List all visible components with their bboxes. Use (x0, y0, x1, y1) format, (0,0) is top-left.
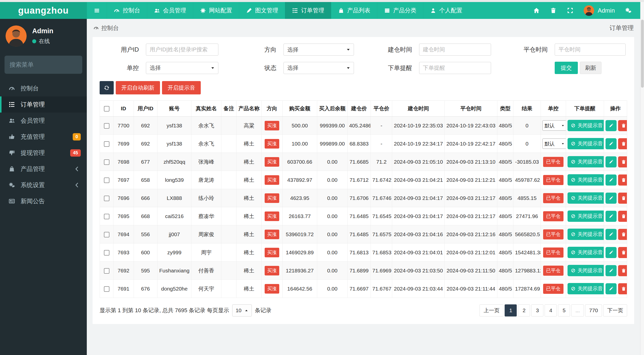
fullscreen-button[interactable] (567, 7, 574, 14)
cell-name: 周宇 (191, 243, 221, 262)
sidebar-item-dashboard[interactable]: 控制台 (0, 80, 87, 96)
delete-button[interactable] (618, 229, 627, 240)
row-checkbox[interactable] (104, 232, 109, 237)
page-button[interactable]: 3 (531, 304, 543, 316)
closed-badge: 已平仓 (543, 266, 564, 276)
row-checkbox[interactable] (104, 141, 109, 147)
edit-button[interactable] (606, 120, 617, 131)
topnav-item-product-list[interactable]: 产品列表 (331, 2, 377, 19)
table-refresh-button[interactable] (100, 81, 114, 94)
control-select[interactable]: 选择 (146, 62, 218, 74)
mute-notify-button[interactable]: 关闭提示音 (568, 210, 604, 222)
settings-button[interactable] (625, 7, 632, 14)
row-checkbox[interactable] (104, 177, 109, 183)
topnav-item-members[interactable]: 会员管理 (147, 2, 193, 19)
mute-notify-button[interactable]: 关闭提示音 (568, 174, 604, 186)
edit-button[interactable] (606, 229, 617, 240)
auto-refresh-button[interactable]: 开启自动刷新 (116, 81, 160, 94)
delete-button[interactable] (618, 138, 627, 149)
delete-button[interactable] (618, 211, 627, 222)
row-checkbox[interactable] (104, 214, 109, 219)
edit-button[interactable] (606, 283, 617, 294)
page-button[interactable]: 下一页 (603, 304, 627, 316)
page-button[interactable]: 5 (558, 304, 570, 316)
delete-button[interactable] (618, 283, 627, 294)
mute-notify-button[interactable]: 关闭提示音 (568, 156, 604, 167)
row-checkbox[interactable] (104, 286, 109, 292)
edit-button[interactable] (606, 211, 617, 222)
direction-badge: 买涨 (265, 121, 279, 130)
page-button[interactable]: ... (571, 304, 584, 316)
brand-logo[interactable]: guangzhou (0, 2, 87, 19)
page-button[interactable]: 4 (545, 304, 557, 316)
delete-button[interactable] (618, 193, 627, 204)
sidebar-item-withdraw[interactable]: 提现管理45 (0, 145, 87, 161)
delete-button[interactable] (618, 120, 627, 131)
sidebar-search-input[interactable] (10, 61, 88, 68)
sidebar-item-products[interactable]: 产品管理 (0, 161, 87, 177)
row-control-select[interactable]: 默认 (542, 120, 566, 131)
notify-filter-input[interactable] (419, 62, 491, 74)
status-select[interactable]: 选择 (284, 62, 354, 74)
vertical-scrollbar[interactable] (640, 2, 644, 355)
open-time-input[interactable] (419, 44, 491, 56)
clear-cache-button[interactable] (550, 7, 557, 14)
navbar-right-tools: Admin (533, 2, 640, 19)
scrollbar-thumb[interactable] (641, 20, 644, 88)
topnav-item-site-config[interactable]: 网站配置 (193, 2, 239, 19)
breadcrumb-item[interactable]: 控制台 (101, 24, 119, 32)
mute-notify-button[interactable]: 关闭提示音 (568, 192, 604, 204)
per-page-select[interactable]: 10 (232, 304, 252, 316)
row-checkbox[interactable] (104, 268, 109, 274)
edit-button[interactable] (606, 174, 617, 186)
mute-notify-button[interactable]: 关闭提示音 (568, 265, 604, 276)
sidebar-toggle-button[interactable] (87, 2, 107, 19)
user-id-input[interactable] (146, 44, 218, 56)
delete-button[interactable] (618, 265, 627, 276)
cell-name: 付善香 (191, 262, 221, 280)
close-time-input[interactable] (555, 44, 626, 56)
navbar-user-menu[interactable]: Admin (584, 5, 615, 16)
edit-button[interactable] (606, 247, 617, 258)
home-button[interactable] (533, 7, 540, 14)
trash-icon (621, 159, 626, 164)
sidebar-item-members[interactable]: 会员管理 (0, 113, 87, 129)
mute-notify-button[interactable]: 关闭提示音 (568, 283, 604, 294)
topnav-item-product-category[interactable]: 产品分类 (377, 2, 423, 19)
topnav-item-content[interactable]: 图文管理 (239, 2, 285, 19)
edit-button[interactable] (606, 156, 617, 167)
row-checkbox[interactable] (104, 196, 109, 201)
sidebar-item-orders[interactable]: 订单管理 (0, 96, 87, 113)
cell-amount: 26163.77 (282, 207, 317, 225)
delete-button[interactable] (618, 247, 627, 258)
mute-notify-button[interactable]: 关闭提示音 (568, 247, 604, 258)
delete-button[interactable] (618, 156, 627, 167)
mute-notify-button[interactable]: 关闭提示音 (568, 138, 604, 149)
page-button[interactable]: 上一页 (479, 304, 503, 316)
row-checkbox[interactable] (104, 159, 109, 165)
sound-toggle-button[interactable]: 开启提示音 (162, 81, 201, 94)
cell-account: jj007 (157, 225, 191, 243)
topnav-item-orders[interactable]: 订单管理 (285, 2, 331, 19)
mute-notify-button[interactable]: 关闭提示音 (568, 120, 604, 131)
edit-button[interactable] (606, 265, 617, 276)
page-button[interactable]: 770 (585, 304, 602, 316)
row-control-select[interactable]: 默认 (542, 138, 566, 149)
submit-button[interactable]: 提交 (555, 62, 578, 74)
direction-select[interactable]: 选择 (284, 44, 354, 56)
topnav-item-profile[interactable]: 个人配置 (423, 2, 469, 19)
select-all-checkbox[interactable] (104, 106, 109, 112)
row-checkbox[interactable] (104, 123, 109, 129)
sidebar-item-system-settings[interactable]: 系统设置 (0, 177, 87, 193)
row-checkbox[interactable] (104, 250, 109, 256)
page-button-current[interactable]: 1 (505, 304, 517, 316)
topnav-item-dashboard[interactable]: 控制台 (107, 2, 147, 19)
sidebar-item-news[interactable]: 新闻公告 (0, 193, 87, 209)
edit-button[interactable] (606, 193, 617, 204)
sidebar-item-recharge[interactable]: 充值管理0 (0, 129, 87, 145)
edit-button[interactable] (606, 138, 617, 149)
delete-button[interactable] (618, 174, 627, 186)
mute-notify-button[interactable]: 关闭提示音 (568, 229, 604, 240)
page-button[interactable]: 2 (518, 304, 530, 316)
refresh-button[interactable]: 刷新 (580, 62, 601, 74)
